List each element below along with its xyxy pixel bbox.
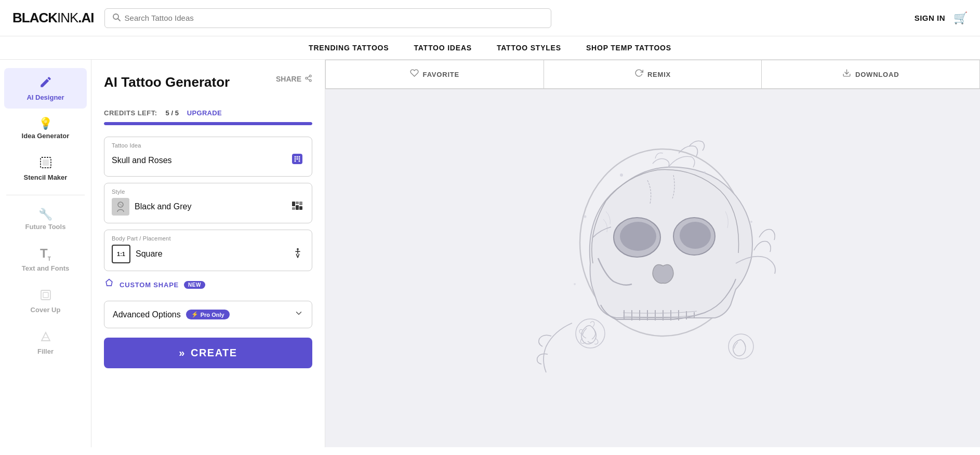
page-header-row: AI Tattoo Generator SHARE [104,74,312,101]
pro-icon: ⚡ [191,311,198,318]
sidebar-item-filler: Filler [4,323,87,363]
search-input[interactable] [125,14,544,22]
share-button[interactable]: SHARE [276,74,312,84]
search-icon [112,13,121,23]
remix-icon [634,69,643,80]
sidebar-item-idea-generator[interactable]: 💡 Idea Generator [4,111,87,147]
preview-panel: FAVORITE REMIX [325,60,980,447]
sidebar-label-stencil-maker: Stencil Maker [24,173,68,181]
svg-point-45 [584,215,587,218]
nav-styles[interactable]: TATTOO STYLES [497,44,561,52]
create-label: CREATE [191,347,237,359]
body-part-row: 1:1 Square [112,245,304,263]
svg-line-10 [307,76,309,77]
main-nav: TRENDING TATTOOS TATTOO IDEAS TATTOO STY… [0,36,980,60]
svg-point-13 [297,156,298,158]
style-field[interactable]: Style Black and Grey [104,183,312,223]
tattoo-idea-field[interactable]: Tattoo Idea Skull and Roses [104,137,312,177]
svg-rect-27 [299,206,302,210]
body-part-picker-button[interactable] [291,246,304,262]
svg-point-7 [306,77,308,79]
sidebar-label-cover-up: Cover Up [31,306,61,314]
header-actions: SIGN IN 🛒 [915,11,968,25]
share-icon [304,74,312,84]
remix-label: REMIX [647,71,671,78]
svg-marker-33 [106,279,112,286]
header: BLACKINK.AI SIGN IN 🛒 [0,0,980,36]
svg-line-9 [307,78,309,79]
page-title: AI Tattoo Generator [104,74,230,90]
svg-rect-23 [292,207,295,210]
sidebar-item-ai-designer[interactable]: AI Designer [4,68,87,109]
svg-line-1 [118,19,120,21]
nav-shop[interactable]: SHOP TEMP TATTOOS [586,44,671,52]
credits-label: CREDITS LEFT: [104,109,157,117]
svg-rect-26 [299,202,302,205]
tattoo-idea-label: Tattoo Idea [112,142,304,149]
sign-in-button[interactable]: SIGN IN [915,14,945,22]
cart-icon[interactable]: 🛒 [953,11,968,25]
pro-badge-label: Pro Only [201,312,224,318]
body-part-field[interactable]: Body Part / Placement 1:1 Square [104,230,312,271]
svg-point-18 [295,160,296,162]
svg-rect-22 [292,202,295,206]
sidebar-label-filler: Filler [37,347,54,355]
sidebar-label-text-fonts: Text and Fonts [22,264,69,272]
create-arrows-icon: » [179,347,186,359]
svg-point-44 [704,171,706,173]
preview-actions: FAVORITE REMIX [325,60,980,89]
advanced-options-label: Advanced Options [113,310,181,319]
svg-point-40 [680,222,711,249]
search-bar[interactable] [104,8,551,28]
create-button[interactable]: » CREATE [104,338,312,368]
filler-icon [39,330,52,345]
style-picker-button[interactable] [290,198,304,216]
svg-rect-5 [43,292,48,298]
svg-rect-25 [296,205,299,210]
download-label: DOWNLOAD [855,71,899,78]
ai-designer-icon [39,75,52,91]
favorite-button[interactable]: FAVORITE [325,60,544,89]
sidebar-label-idea-generator: Idea Generator [22,132,70,140]
tattoo-idea-row: Skull and Roses [112,152,304,169]
download-button[interactable]: DOWNLOAD [762,60,980,89]
stencil-maker-icon [39,156,52,171]
sidebar-item-stencil-maker[interactable]: Stencil Maker [4,149,87,189]
chevron-down-icon [294,309,303,320]
svg-point-43 [620,173,623,177]
body-part-value: Square [136,249,163,259]
custom-shape-label[interactable]: CUSTOM SHAPE [120,281,179,289]
advanced-options-row[interactable]: Advanced Options ⚡ Pro Only [104,301,312,328]
sidebar-item-cover-up: Cover Up [4,282,87,321]
svg-point-47 [574,283,576,285]
future-tools-icon: 🔧 [38,209,52,220]
upgrade-button[interactable]: UPGRADE [187,109,222,117]
sidebar-item-text-fonts: TT Text and Fonts [4,240,87,279]
body-part-icon: 1:1 [112,245,130,263]
svg-line-32 [298,253,299,257]
style-value: Black and Grey [135,202,191,211]
sidebar-label-future-tools: Future Tools [25,223,66,231]
progress-bar [104,122,312,125]
svg-point-12 [295,156,296,158]
nav-ideas[interactable]: TATTOO IDEAS [414,44,472,52]
cover-up-icon [39,289,52,303]
skull-illustration [471,118,835,419]
nav-trending[interactable]: TRENDING TATTOOS [309,44,389,52]
credits-row: CREDITS LEFT: 5 / 5 UPGRADE [104,109,312,117]
share-label: SHARE [276,75,301,83]
body-part-label: Body Part / Placement [112,235,304,242]
heart-icon [410,69,419,80]
favorite-label: FAVORITE [423,71,459,78]
style-thumbnail [112,198,129,216]
custom-shape-icon [104,278,114,291]
svg-rect-3 [43,159,49,166]
custom-shape-row[interactable]: CUSTOM SHAPE NEW [104,277,312,292]
remix-button[interactable]: REMIX [544,60,762,89]
randomize-idea-button[interactable] [290,152,304,169]
new-badge: NEW [184,281,205,289]
svg-rect-24 [296,202,299,204]
idea-generator-icon: 💡 [38,118,52,129]
svg-line-21 [119,204,122,206]
svg-point-38 [620,222,656,251]
